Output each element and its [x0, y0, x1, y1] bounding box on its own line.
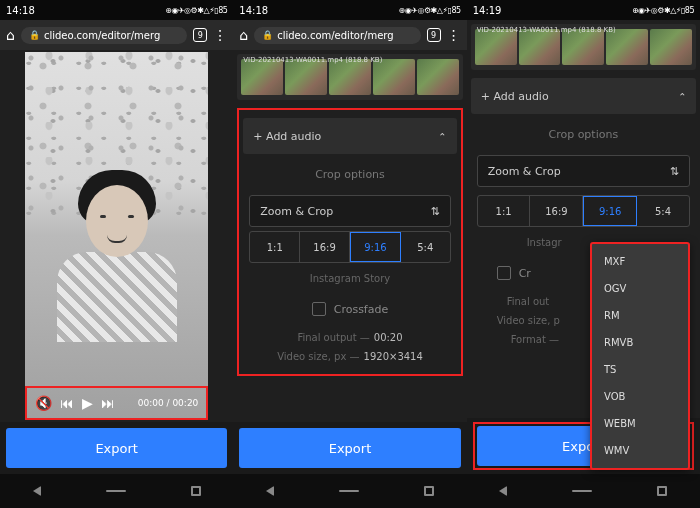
- mute-icon[interactable]: 🔇: [35, 395, 52, 411]
- tabs-button[interactable]: 9: [193, 28, 207, 42]
- clip-label: VID-20210413-WA0011.mp4 (818.8 KB): [477, 26, 616, 34]
- nav-recent[interactable]: [657, 486, 667, 496]
- android-navbar: [467, 474, 700, 508]
- format-option[interactable]: VOB: [592, 383, 688, 410]
- nav-home[interactable]: [572, 490, 592, 492]
- ratio-16-9[interactable]: 16:9: [530, 196, 583, 226]
- crop-title: Crop options: [239, 158, 460, 191]
- format-option[interactable]: WEBM: [592, 410, 688, 437]
- prev-icon[interactable]: ⏮: [60, 395, 74, 411]
- crop-title: Crop options: [467, 118, 700, 151]
- ratio-selector: 1:1 16:9 9:16 5:4: [249, 231, 450, 263]
- select-arrows-icon: ⇅: [670, 165, 679, 178]
- export-button[interactable]: Export: [6, 428, 227, 468]
- nav-recent[interactable]: [424, 486, 434, 496]
- clip-label: VID-20210413-WA0011.mp4 (818.8 KB): [243, 56, 382, 64]
- plus-icon: +: [481, 90, 494, 103]
- player-controls: 🔇 ⏮ ▶ ⏭ 00:00 / 00:20: [25, 386, 208, 420]
- url-text: clideo.com/editor/merg: [44, 30, 160, 41]
- tabs-button[interactable]: 9: [427, 28, 441, 42]
- add-audio-button[interactable]: + Add audio ⌄: [471, 78, 696, 114]
- status-bar: 14:18 ⊕◉✈◎⚙✱△⚡▯85: [0, 0, 233, 20]
- lock-icon: 🔒: [29, 30, 40, 40]
- nav-back[interactable]: [33, 486, 41, 496]
- format-dropdown-menu: MXF OGV RM RMVB TS VOB WEBM WMV: [590, 242, 690, 470]
- url-chip[interactable]: 🔒 clideo.com/editor/merg: [254, 27, 420, 44]
- crop-mode-select[interactable]: Zoom & Crop⇅: [249, 195, 450, 227]
- status-time: 14:19: [473, 5, 502, 16]
- status-bar: 14:19 ⊕◉✈◎⚙✱△⚡▯85: [467, 0, 700, 20]
- android-navbar: [0, 474, 233, 508]
- next-icon[interactable]: ⏭: [101, 395, 115, 411]
- ratio-9-16[interactable]: 9:16: [350, 232, 401, 262]
- chevron-up-icon: ⌄: [438, 131, 446, 142]
- nav-recent[interactable]: [191, 486, 201, 496]
- ratio-9-16[interactable]: 9:16: [583, 196, 637, 226]
- ratio-5-4[interactable]: 5:4: [401, 232, 450, 262]
- thumb: [417, 59, 459, 95]
- home-icon[interactable]: ⌂: [239, 27, 248, 43]
- browser-urlbar: ⌂ 🔒 clideo.com/editor/merg 9 ⋮: [0, 20, 233, 50]
- crop-mode-select[interactable]: Zoom & Crop⇅: [477, 155, 690, 187]
- status-time: 14:18: [239, 5, 268, 16]
- format-option[interactable]: OGV: [592, 275, 688, 302]
- crossfade-toggle[interactable]: Crossfade: [239, 290, 460, 328]
- clip-strip[interactable]: VID-20210413-WA0011.mp4 (818.8 KB): [237, 54, 462, 100]
- status-icons: ⊕◉✈◎⚙✱△⚡▯85: [165, 6, 227, 15]
- format-option[interactable]: RM: [592, 302, 688, 329]
- nav-back[interactable]: [499, 486, 507, 496]
- ratio-label: Instagram Story: [239, 267, 460, 290]
- ratio-1-1[interactable]: 1:1: [250, 232, 300, 262]
- ratio-5-4[interactable]: 5:4: [637, 196, 689, 226]
- android-navbar: [233, 474, 466, 508]
- add-audio-button[interactable]: + Add audio ⌄: [243, 118, 456, 154]
- browser-urlbar: ⌂ 🔒 clideo.com/editor/merg 9 ⋮: [233, 20, 466, 50]
- format-option[interactable]: TS: [592, 356, 688, 383]
- video-frame: [25, 52, 208, 420]
- clip-strip[interactable]: VID-20210413-WA0011.mp4 (818.8 KB): [471, 24, 696, 70]
- thumb: [329, 59, 371, 95]
- format-option[interactable]: MXF: [592, 248, 688, 275]
- export-button[interactable]: Export: [239, 428, 460, 468]
- final-output-row: Final output —00:20: [239, 328, 460, 347]
- thumb: [519, 29, 561, 65]
- more-icon[interactable]: ⋮: [447, 27, 461, 43]
- nav-back[interactable]: [266, 486, 274, 496]
- status-bar: 14:18 ⊕◉✈◎⚙✱△⚡▯85: [233, 0, 466, 20]
- thumb: [650, 29, 692, 65]
- thumb: [475, 29, 517, 65]
- nav-home[interactable]: [339, 490, 359, 492]
- url-text: clideo.com/editor/merg: [277, 30, 393, 41]
- thumb: [241, 59, 283, 95]
- play-icon[interactable]: ▶: [82, 395, 93, 411]
- plus-icon: +: [253, 130, 266, 143]
- video-preview[interactable]: 🔇 ⏮ ▶ ⏭ 00:00 / 00:20: [25, 52, 208, 420]
- home-icon[interactable]: ⌂: [6, 27, 15, 43]
- url-chip[interactable]: 🔒 clideo.com/editor/merg: [21, 27, 187, 44]
- checkbox-icon: [497, 266, 511, 280]
- status-time: 14:18: [6, 5, 35, 16]
- checkbox-icon: [312, 302, 326, 316]
- lock-icon: 🔒: [262, 30, 273, 40]
- select-arrows-icon: ⇅: [430, 205, 439, 218]
- ratio-1-1[interactable]: 1:1: [478, 196, 531, 226]
- nav-home[interactable]: [106, 490, 126, 492]
- status-icons: ⊕◉✈◎⚙✱△⚡▯85: [632, 6, 694, 15]
- video-size-row: Video size, px —1920×3414: [239, 347, 460, 366]
- thumb: [562, 29, 604, 65]
- format-option[interactable]: RMVB: [592, 329, 688, 356]
- ratio-16-9[interactable]: 16:9: [300, 232, 350, 262]
- player-time: 00:00 / 00:20: [138, 398, 199, 408]
- chevron-up-icon: ⌄: [678, 91, 686, 102]
- status-icons: ⊕◉✈◎⚙✱△⚡▯85: [399, 6, 461, 15]
- thumb: [285, 59, 327, 95]
- more-icon[interactable]: ⋮: [213, 27, 227, 43]
- thumb: [373, 59, 415, 95]
- thumb: [606, 29, 648, 65]
- format-option[interactable]: WMV: [592, 437, 688, 464]
- ratio-selector: 1:1 16:9 9:16 5:4: [477, 195, 690, 227]
- options-panel: + Add audio ⌄ Crop options Zoom & Crop⇅ …: [237, 108, 462, 376]
